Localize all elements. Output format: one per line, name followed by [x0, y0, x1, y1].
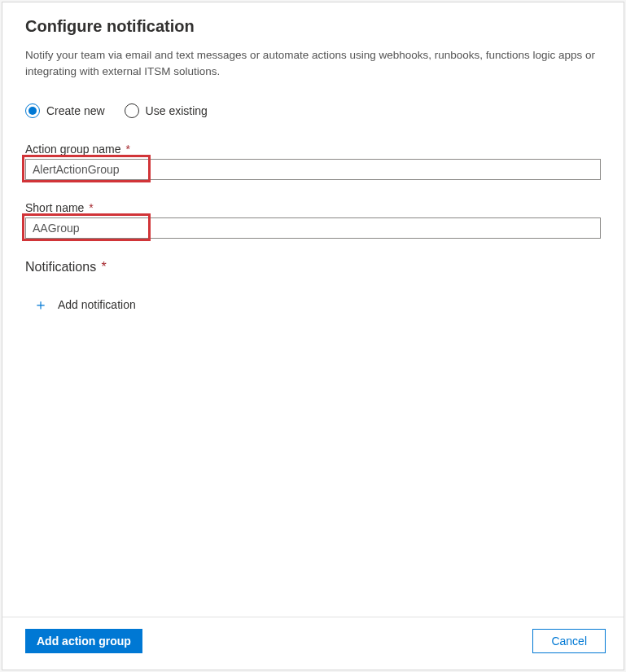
required-asterisk: *: [89, 201, 93, 214]
add-notification-link[interactable]: ＋ Add notification: [33, 297, 136, 312]
panel-footer: Add action group Cancel: [2, 617, 624, 670]
radio-use-existing-label: Use existing: [146, 104, 208, 117]
radio-icon: [25, 103, 40, 118]
required-asterisk: *: [125, 143, 129, 156]
short-name-input[interactable]: [25, 217, 601, 239]
panel-content: Configure notification Notify your team …: [2, 2, 624, 617]
radio-use-existing[interactable]: Use existing: [125, 103, 208, 118]
add-action-group-button[interactable]: Add action group: [25, 629, 142, 653]
radio-create-new-label: Create new: [46, 104, 105, 117]
radio-create-new[interactable]: Create new: [25, 103, 105, 118]
cancel-button[interactable]: Cancel: [532, 629, 606, 653]
page-description: Notify your team via email and text mess…: [25, 47, 601, 81]
plus-icon: ＋: [33, 297, 48, 312]
action-group-name-label: Action group name *: [25, 143, 601, 156]
add-notification-label: Add notification: [58, 298, 136, 311]
notifications-heading: Notifications *: [25, 260, 601, 275]
configure-notification-panel: Configure notification Notify your team …: [2, 2, 624, 670]
mode-radio-group: Create new Use existing: [25, 103, 601, 118]
page-title: Configure notification: [25, 17, 601, 36]
action-group-name-input[interactable]: [25, 159, 601, 180]
radio-icon: [125, 103, 139, 118]
required-asterisk: *: [102, 260, 107, 274]
field-action-group-name: Action group name *: [25, 143, 601, 180]
field-short-name: Short name *: [25, 201, 601, 239]
short-name-label: Short name *: [25, 201, 601, 214]
